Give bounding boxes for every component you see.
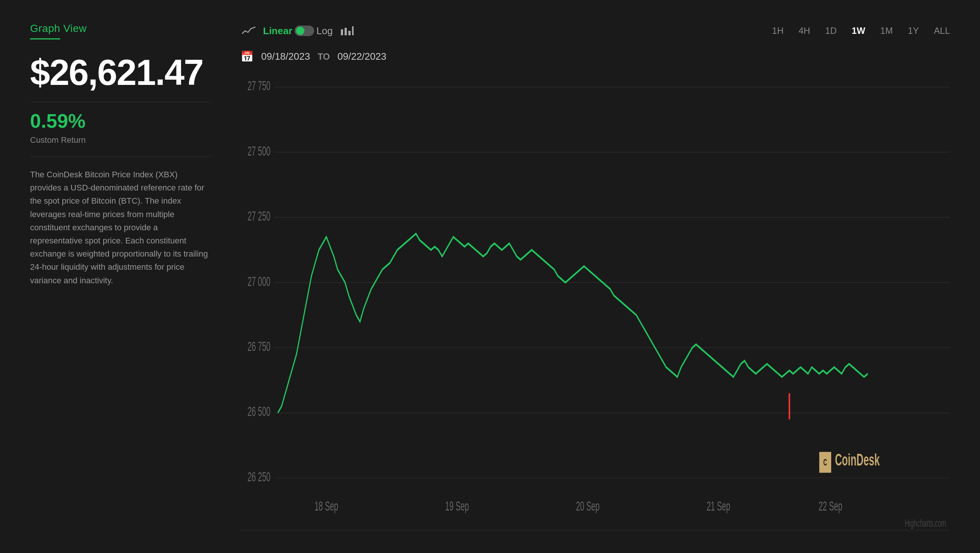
- svg-text:27 750: 27 750: [248, 78, 270, 93]
- svg-text:26 500: 26 500: [248, 404, 270, 419]
- svg-text:27 500: 27 500: [248, 143, 270, 158]
- time-range-group: 1H 4H 1D 1W 1M 1Y ALL: [772, 23, 950, 38]
- scale-toggle-group: Linear Log: [263, 25, 332, 37]
- svg-text:CoinDesk: CoinDesk: [835, 450, 880, 469]
- svg-text:27 000: 27 000: [248, 274, 270, 289]
- price-description: The CoinDesk Bitcoin Price Index (XBX) p…: [30, 168, 210, 287]
- scale-toggle[interactable]: [294, 25, 314, 36]
- time-btn-4h[interactable]: 4H: [799, 23, 810, 38]
- svg-rect-1: [345, 28, 347, 35]
- bar-chart-icon[interactable]: [339, 22, 355, 39]
- svg-rect-2: [348, 31, 351, 35]
- controls-left: Linear Log: [240, 22, 355, 39]
- time-btn-1h[interactable]: 1H: [772, 23, 784, 38]
- svg-rect-3: [352, 26, 353, 35]
- svg-text:Highcharts.com: Highcharts.com: [905, 518, 946, 529]
- date-to-label: TO: [318, 51, 330, 62]
- price-chart: 27 750 27 500 27 250 27 000 26 750 26 50…: [240, 74, 950, 530]
- date-range-row: 📅 09/18/2023 TO 09/22/2023: [240, 50, 950, 63]
- line-chart-icon[interactable]: [240, 22, 257, 39]
- graph-view-underline: [30, 38, 60, 40]
- graph-view-label: Graph View: [30, 22, 210, 35]
- time-btn-1d[interactable]: 1D: [825, 23, 837, 38]
- calendar-icon: 📅: [240, 50, 254, 63]
- time-btn-1w[interactable]: 1W: [852, 23, 865, 38]
- svg-text:26 250: 26 250: [248, 469, 270, 484]
- controls-row: Linear Log: [240, 22, 950, 39]
- date-to[interactable]: 09/22/2023: [337, 51, 386, 62]
- svg-text:18 Sep: 18 Sep: [315, 499, 338, 513]
- svg-text:22 Sep: 22 Sep: [819, 499, 842, 513]
- return-value: 0.59%: [30, 110, 210, 132]
- price-divider: [30, 102, 210, 102]
- svg-text:19 Sep: 19 Sep: [445, 499, 469, 513]
- log-label: Log: [317, 25, 332, 37]
- toggle-thumb: [296, 27, 304, 35]
- svg-rect-0: [341, 29, 343, 35]
- return-divider: [30, 156, 210, 157]
- svg-text:27 250: 27 250: [248, 208, 270, 223]
- chart-type-icons: Linear Log: [240, 22, 355, 39]
- date-from[interactable]: 09/18/2023: [261, 51, 310, 62]
- price-value: $26,621.47: [30, 54, 210, 91]
- left-panel: Graph View $26,621.47 0.59% Custom Retur…: [30, 22, 210, 531]
- svg-text:20 Sep: 20 Sep: [576, 499, 600, 513]
- chart-area: 27 750 27 500 27 250 27 000 26 750 26 50…: [240, 74, 950, 531]
- return-label: Custom Return: [30, 135, 210, 145]
- linear-label: Linear: [263, 25, 292, 37]
- time-btn-1m[interactable]: 1M: [880, 23, 893, 38]
- time-btn-all[interactable]: ALL: [934, 23, 950, 38]
- svg-text:26 750: 26 750: [248, 339, 270, 353]
- svg-text:21 Sep: 21 Sep: [706, 499, 730, 513]
- right-panel: Linear Log: [240, 22, 950, 531]
- svg-text:C: C: [823, 457, 827, 467]
- time-btn-1y[interactable]: 1Y: [908, 23, 919, 38]
